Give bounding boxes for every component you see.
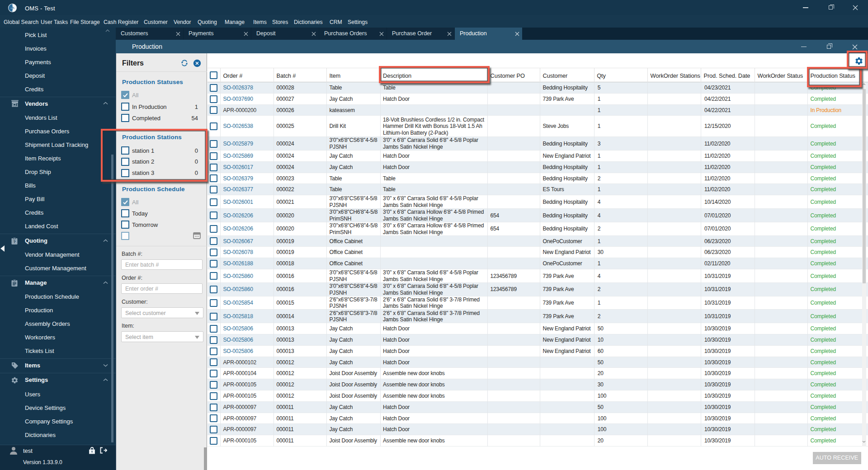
svg-text:?: ?	[13, 239, 16, 244]
